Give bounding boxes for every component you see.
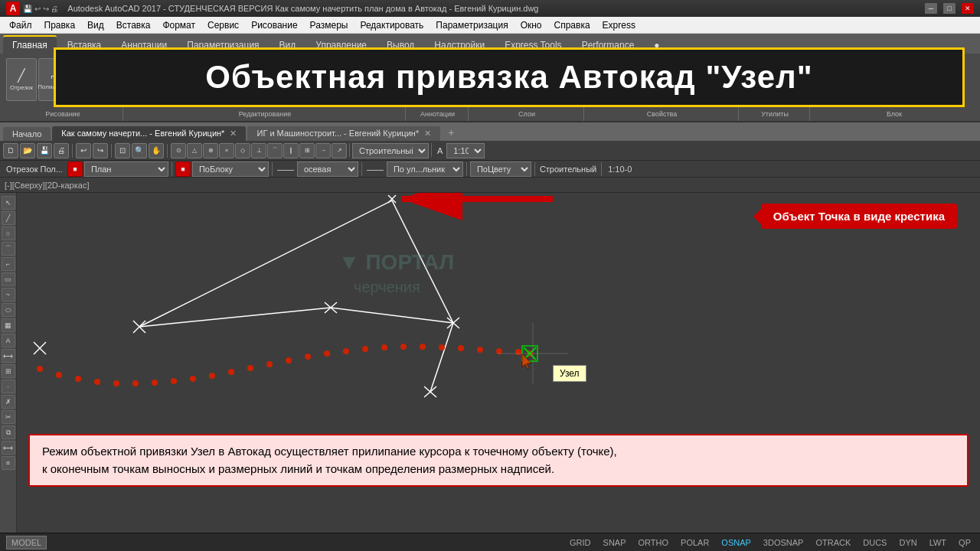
lt-block[interactable]: ⊞	[2, 364, 15, 378]
lt-spline[interactable]: ~	[2, 288, 15, 302]
lt-circle[interactable]: ○	[2, 227, 15, 240]
tb-new[interactable]: 🗋	[3, 143, 18, 158]
util-group-label: Утилиты	[761, 110, 789, 119]
lt-pline[interactable]: ⌐	[2, 257, 15, 271]
lt-erase[interactable]: ✗	[2, 395, 15, 409]
dyn-toggle[interactable]: DYN	[896, 536, 920, 549]
polar-toggle[interactable]: POLAR	[678, 536, 712, 549]
layer-dropdown[interactable]: План	[84, 161, 168, 177]
lt-point[interactable]: ·	[2, 380, 15, 393]
tb-zoom-window[interactable]: 🔍	[132, 143, 147, 158]
lt-text[interactable]: A	[2, 334, 15, 347]
lt-dimension[interactable]: ⟷	[2, 349, 15, 363]
osnap-toggle[interactable]: OSNAP	[718, 536, 754, 549]
menu-draw[interactable]: Рисование	[245, 18, 303, 32]
menu-edit[interactable]: Правка	[38, 18, 82, 32]
lwt-toggle[interactable]: LWT	[926, 536, 949, 549]
tb-plot[interactable]: 🖨	[54, 143, 69, 158]
tb-snap10[interactable]: →	[315, 143, 331, 158]
tb-snap7[interactable]: ⌒	[267, 143, 283, 158]
menu-parametrize[interactable]: Параметризация	[430, 18, 514, 32]
menu-window[interactable]: Окно	[514, 18, 548, 32]
menu-help[interactable]: Справка	[548, 18, 596, 32]
doc-tab-ig[interactable]: ИГ и Машиностроит... - Евгений Курицин* …	[247, 126, 440, 141]
lt-line[interactable]: ╱	[2, 211, 15, 225]
model-space-label[interactable]: MODEL	[6, 536, 47, 549]
dash-line-label: ——	[276, 165, 296, 174]
doc-tab-plan-close[interactable]: ✕	[230, 129, 237, 138]
tb-redo[interactable]: ↪	[93, 143, 108, 158]
menu-insert[interactable]: Вставка	[110, 18, 157, 32]
tb-snap4[interactable]: ×	[219, 143, 234, 158]
tb-snap6[interactable]: ⊥	[251, 143, 266, 158]
tb-snap9[interactable]: ⊞	[299, 143, 315, 158]
3dosnap-toggle[interactable]: 3DOSNAP	[760, 536, 807, 549]
tb-snap2[interactable]: △	[187, 143, 202, 158]
menu-file[interactable]: Файл	[3, 18, 38, 32]
menu-express[interactable]: Express	[596, 18, 642, 32]
tb-snap3[interactable]: ⊕	[203, 143, 218, 158]
menu-modify[interactable]: Редактировать	[354, 18, 430, 32]
svg-point-23	[132, 380, 139, 386]
annotation-scale-select[interactable]: Строительный	[352, 143, 429, 158]
close-button[interactable]: ✕	[962, 3, 974, 14]
tb-undo[interactable]: ↩	[76, 143, 91, 158]
props-group-label: Свойства	[647, 110, 678, 119]
tab-home[interactable]: Главная	[3, 35, 57, 54]
svg-point-43	[515, 349, 521, 355]
qp-toggle[interactable]: QP	[956, 536, 974, 549]
color-swatch[interactable]: ■	[175, 161, 191, 177]
main-title-text: Объектная привязка Автокад "Узел"	[205, 59, 812, 96]
new-tab-button[interactable]: +	[442, 124, 460, 141]
ducs-toggle[interactable]: DUCS	[860, 536, 890, 549]
maximize-button[interactable]: □	[943, 3, 956, 14]
tb-snap1[interactable]: ⊙	[171, 143, 186, 158]
tb-snap5[interactable]: ◇	[235, 143, 250, 158]
quick-access-toolbar: 💾 ↩ ↪ 🖨	[23, 4, 58, 13]
tb-save[interactable]: 💾	[37, 143, 52, 158]
snap-toggle[interactable]: SNAP	[600, 536, 629, 549]
plotstyle-dropdown[interactable]: ПоЦвету	[470, 161, 531, 177]
menu-bar: Файл Правка Вид Вставка Формат Сервис Ри…	[0, 17, 980, 34]
lt-rect[interactable]: ▭	[2, 272, 15, 286]
tb-open[interactable]: 📂	[20, 143, 35, 158]
lt-offset[interactable]: ≡	[2, 456, 15, 470]
svg-point-21	[94, 379, 100, 385]
line-tool[interactable]: ╱ Отрезок	[6, 58, 37, 101]
menu-format[interactable]: Формат	[156, 18, 201, 32]
tb-snap8[interactable]: ∥	[283, 143, 299, 158]
lt-arc[interactable]: ⌒	[2, 242, 15, 256]
doc-tab-plan[interactable]: Как самому начерти... - Евгений Курицин*…	[52, 126, 246, 141]
svg-point-33	[324, 350, 330, 357]
menu-service[interactable]: Сервис	[201, 18, 245, 32]
node-tooltip: Узел	[553, 365, 586, 382]
doc-tab-ig-close[interactable]: ✕	[424, 129, 431, 138]
drawing-scale-select[interactable]: 1:10-0	[446, 143, 485, 158]
modify-group-label: Редактирование	[239, 110, 292, 119]
select-tool[interactable]: ↖	[2, 196, 15, 210]
tb-pan[interactable]: ✋	[149, 143, 164, 158]
svg-point-22	[113, 380, 119, 386]
lt-trim[interactable]: ✂	[2, 410, 15, 424]
ortho-toggle[interactable]: ORTHO	[635, 536, 672, 549]
separator-7	[272, 162, 273, 176]
title-text: Autodesk AutoCAD 2017 - СТУДЕНЧЕСКАЯ ВЕР…	[67, 4, 538, 13]
linetype2-dropdown[interactable]: осевая	[297, 161, 358, 177]
block-group-label: Блок	[887, 110, 902, 119]
doc-tab-start[interactable]: Начало	[3, 127, 51, 141]
lt-ellipse[interactable]: ⬭	[2, 303, 15, 317]
minimize-button[interactable]: ─	[925, 3, 937, 14]
menu-view[interactable]: Вид	[81, 18, 110, 32]
linetype-dropdown[interactable]: ПоБлоку	[192, 161, 269, 177]
lineweight-dropdown[interactable]: По ул...льник	[387, 161, 463, 177]
otrack-toggle[interactable]: OTRACK	[812, 536, 854, 549]
tb-snap11[interactable]: ↗	[332, 143, 347, 158]
layer-icon[interactable]: ■	[67, 161, 83, 177]
lt-copy[interactable]: ⧉	[2, 425, 15, 439]
lt-mirror[interactable]: ⟷	[2, 441, 15, 455]
lt-hatch[interactable]: ▦	[2, 318, 15, 332]
tb-zoom-extents[interactable]: ⊡	[115, 143, 130, 158]
grid-toggle[interactable]: GRID	[567, 536, 594, 549]
layers-group-label: Слои	[518, 110, 535, 119]
menu-dimensions[interactable]: Размеры	[304, 18, 354, 32]
